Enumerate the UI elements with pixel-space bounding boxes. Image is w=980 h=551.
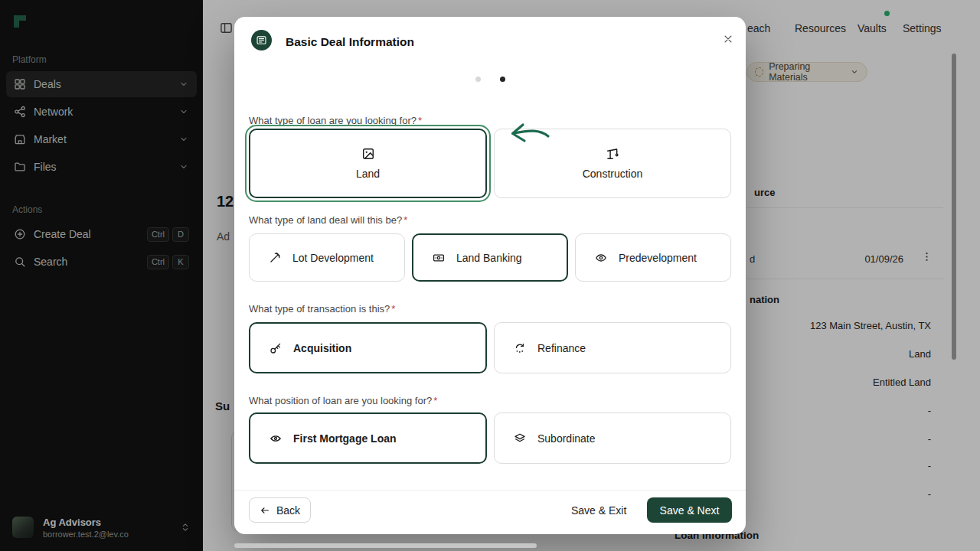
- question-position-label: What position of loan are you looking fo…: [249, 395, 437, 406]
- modal-title: Basic Deal Information: [286, 35, 414, 49]
- option-subordinate[interactable]: Subordinate: [494, 412, 731, 464]
- option-refinance[interactable]: Refinance: [494, 322, 731, 373]
- option-label: Acquisition: [293, 342, 351, 354]
- question-text: What type of transaction is this?: [249, 303, 390, 315]
- arrow-annotation-icon: [505, 118, 553, 152]
- modal-footer: Back Save & Exit Save & Next: [234, 490, 746, 534]
- required-marker: *: [418, 115, 422, 126]
- step-dot[interactable]: [475, 77, 481, 82]
- question-text: What position of loan are you looking fo…: [249, 395, 432, 406]
- save-exit-button[interactable]: Save & Exit: [571, 504, 626, 517]
- option-label: Predevelopment: [619, 252, 697, 264]
- option-label: Lot Development: [292, 252, 374, 264]
- arrow-left-icon: [260, 505, 270, 516]
- banknote-icon: [433, 252, 445, 264]
- horizontal-scrollbar[interactable]: [234, 543, 537, 548]
- option-land[interactable]: Land: [249, 129, 487, 198]
- newspaper-icon: [251, 30, 272, 51]
- option-predevelopment[interactable]: Predevelopment: [575, 233, 731, 282]
- option-label: Land: [356, 168, 380, 180]
- key-icon: [270, 342, 282, 354]
- question-land-deal-label: What type of land deal will this be?*: [249, 214, 407, 226]
- option-label: Land Banking: [456, 252, 522, 264]
- basic-deal-info-modal: Basic Deal Information What type of loan…: [234, 17, 746, 534]
- pickaxe-icon: [269, 252, 281, 264]
- step-indicator: [234, 77, 746, 82]
- eye-icon: [270, 432, 282, 445]
- question-text: What type of loan are you looking for?: [249, 115, 416, 126]
- image-icon: [361, 147, 375, 161]
- option-first-mortgage-loan[interactable]: First Mortgage Loan: [249, 412, 487, 464]
- step-dot-active[interactable]: [500, 77, 505, 82]
- option-label: Refinance: [537, 342, 586, 354]
- close-icon[interactable]: [719, 30, 737, 48]
- question-text: What type of land deal will this be?: [249, 214, 402, 226]
- refresh-cycle-icon: [514, 342, 526, 354]
- option-label: First Mortgage Loan: [293, 432, 397, 445]
- option-lot-development[interactable]: Lot Development: [249, 233, 405, 282]
- option-land-banking[interactable]: Land Banking: [412, 233, 568, 282]
- crane-icon: [606, 147, 619, 161]
- required-marker: *: [403, 214, 407, 226]
- back-button[interactable]: Back: [249, 497, 311, 523]
- required-marker: *: [433, 395, 437, 406]
- question-transaction-label: What type of transaction is this?*: [249, 303, 395, 315]
- required-marker: *: [391, 303, 395, 315]
- option-label: Construction: [583, 168, 643, 180]
- back-label: Back: [276, 504, 300, 517]
- option-label: Subordinate: [537, 432, 596, 445]
- eye-icon: [595, 252, 607, 264]
- layers-icon: [514, 432, 526, 445]
- question-loan-type-label: What type of loan are you looking for?*: [249, 115, 422, 126]
- save-next-button[interactable]: Save & Next: [647, 497, 732, 523]
- option-acquisition[interactable]: Acquisition: [249, 322, 487, 373]
